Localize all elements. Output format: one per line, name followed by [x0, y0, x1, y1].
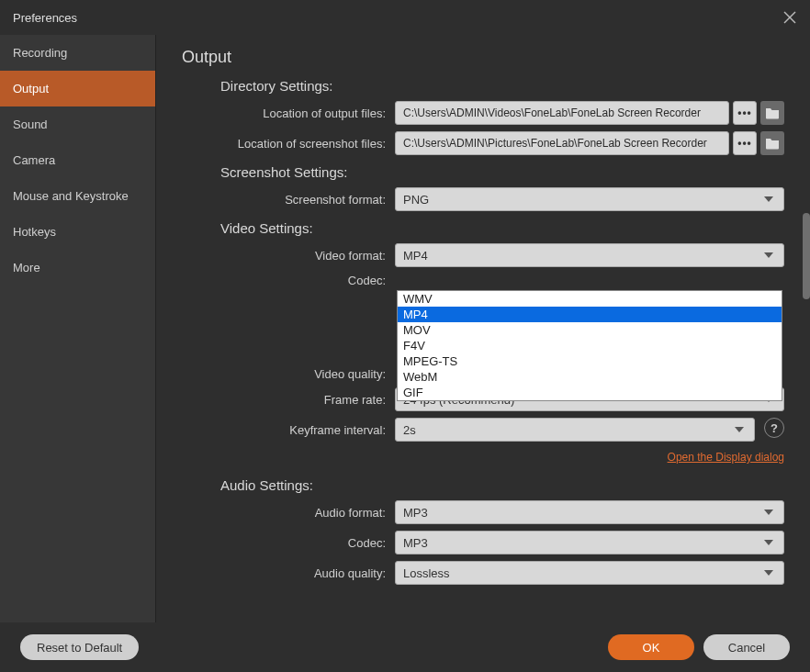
sidebar-item-sound[interactable]: Sound	[0, 106, 155, 142]
output-location-field[interactable]: C:\Users\ADMIN\Videos\FoneLab\FoneLab Sc…	[395, 101, 729, 125]
label-frame-rate: Frame rate:	[182, 393, 395, 407]
sidebar: Recording Output Sound Camera Mouse and …	[0, 35, 156, 622]
keyframe-interval-value: 2s	[403, 423, 416, 437]
close-button[interactable]	[782, 10, 797, 25]
audio-codec-select[interactable]: MP3	[395, 531, 784, 554]
label-output-location: Location of output files:	[182, 106, 395, 120]
screenshot-format-value: PNG	[403, 193, 429, 207]
sidebar-item-more[interactable]: More	[0, 250, 155, 286]
section-screenshot: Screenshot Settings:	[220, 164, 784, 180]
keyframe-interval-select[interactable]: 2s	[395, 418, 755, 442]
video-format-select[interactable]: MP4	[395, 243, 784, 267]
dropdown-option-webm[interactable]: WebM	[398, 369, 782, 385]
page-title: Output	[182, 48, 784, 67]
chevron-down-icon	[761, 192, 776, 207]
sidebar-item-recording[interactable]: Recording	[0, 35, 155, 71]
chevron-down-icon	[732, 422, 747, 437]
label-codec: Codec:	[182, 274, 395, 287]
dropdown-option-f4v[interactable]: F4V	[398, 338, 782, 353]
audio-format-select[interactable]: MP3	[395, 500, 784, 524]
cancel-button[interactable]: Cancel	[703, 634, 790, 660]
window-title: Preferences	[13, 11, 77, 25]
label-video-format: Video format:	[182, 249, 395, 263]
sidebar-item-hotkeys[interactable]: Hotkeys	[0, 214, 155, 250]
open-display-dialog-link[interactable]: Open the Display dialog	[668, 451, 784, 464]
label-screenshot-location: Location of screenshot files:	[182, 137, 395, 151]
browse-screenshot-button[interactable]: •••	[733, 131, 757, 155]
dropdown-option-mpegts[interactable]: MPEG-TS	[398, 353, 782, 369]
label-audio-codec: Codec:	[182, 536, 395, 550]
chevron-down-icon	[761, 505, 776, 520]
sidebar-item-output[interactable]: Output	[0, 71, 155, 106]
audio-quality-value: Lossless	[403, 566, 450, 580]
dropdown-option-mp4[interactable]: MP4	[398, 307, 782, 322]
scrollbar-thumb[interactable]	[803, 213, 810, 299]
browse-output-button[interactable]: •••	[733, 101, 757, 125]
scrollbar[interactable]	[803, 35, 810, 622]
chevron-down-icon	[761, 535, 776, 550]
label-keyframe-interval: Keyframe interval:	[182, 423, 395, 437]
label-audio-quality: Audio quality:	[182, 566, 395, 580]
help-button[interactable]: ?	[764, 418, 784, 438]
label-screenshot-format: Screenshot format:	[182, 193, 395, 207]
audio-codec-value: MP3	[403, 536, 428, 550]
sidebar-item-camera[interactable]: Camera	[0, 142, 155, 178]
label-audio-format: Audio format:	[182, 506, 395, 520]
open-screenshot-folder-button[interactable]	[760, 131, 784, 155]
screenshot-location-field[interactable]: C:\Users\ADMIN\Pictures\FoneLab\FoneLab …	[395, 131, 729, 155]
video-format-value: MP4	[403, 249, 428, 263]
open-output-folder-button[interactable]	[760, 101, 784, 125]
reset-to-default-button[interactable]: Reset to Default	[20, 634, 139, 660]
section-video: Video Settings:	[220, 220, 784, 236]
label-video-quality: Video quality:	[182, 367, 395, 381]
dropdown-option-gif[interactable]: GIF	[398, 385, 782, 400]
section-audio: Audio Settings:	[220, 477, 784, 493]
dropdown-option-wmv[interactable]: WMV	[398, 291, 782, 307]
screenshot-format-select[interactable]: PNG	[395, 187, 784, 211]
chevron-down-icon	[761, 248, 776, 263]
sidebar-item-mouse-keystroke[interactable]: Mouse and Keystroke	[0, 178, 155, 214]
dropdown-option-mov[interactable]: MOV	[398, 322, 782, 338]
audio-format-value: MP3	[403, 506, 428, 520]
section-directory: Directory Settings:	[220, 78, 784, 94]
ok-button[interactable]: OK	[608, 634, 694, 660]
video-format-dropdown[interactable]: WMV MP4 MOV F4V MPEG-TS WebM GIF	[397, 290, 782, 401]
chevron-down-icon	[761, 566, 776, 580]
audio-quality-select[interactable]: Lossless	[395, 561, 784, 585]
